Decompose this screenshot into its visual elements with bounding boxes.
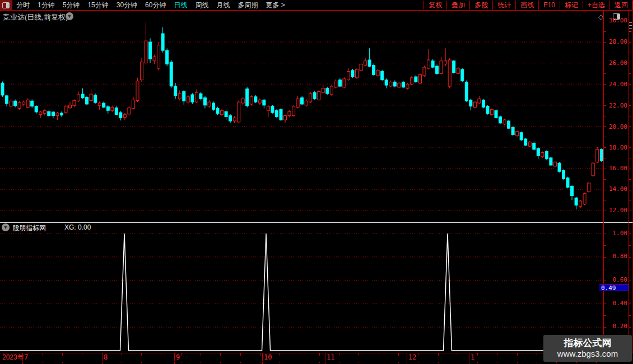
menu-item-分时[interactable]: 分时 — [12, 1, 34, 10]
month-divider-clipped — [469, 362, 469, 364]
menu-item-更多[interactable]: 更多 > — [262, 1, 288, 10]
axis-tick — [629, 292, 631, 292]
month-label-8: 8 — [104, 354, 108, 361]
axis-tick — [603, 84, 606, 85]
x-axis-tick — [418, 353, 418, 356]
axis-tick — [629, 53, 631, 53]
month-label-1: 1 — [471, 354, 474, 361]
axis-tick — [629, 200, 631, 200]
x-tick-clipped — [379, 362, 379, 363]
x-axis-tick — [62, 353, 63, 356]
indicator-label-0.60: 0.60 — [607, 277, 627, 283]
axis-tick — [603, 126, 606, 127]
x-axis-tick — [181, 353, 181, 356]
axis-tick — [603, 95, 606, 95]
axis-tick — [603, 281, 606, 281]
axis-tick — [603, 42, 606, 43]
tools-menu: 复权叠加多股统计画线F10标记+自选返回 — [423, 0, 633, 10]
chevron-down-icon: ▼ — [3, 225, 8, 230]
menu-item-30分钟[interactable]: 30分钟 — [113, 1, 141, 10]
menu-item-日线[interactable]: 日线 — [170, 1, 191, 10]
x-tick-clipped — [43, 362, 43, 363]
month-label-10: 10 — [264, 354, 272, 361]
layout-toggle-button[interactable] — [0, 0, 12, 10]
axis-tick — [629, 211, 631, 211]
indicator-chart[interactable] — [0, 232, 603, 353]
x-tick-clipped — [201, 362, 201, 363]
axis-tick — [629, 31, 631, 32]
x-tick-clipped — [576, 362, 577, 363]
month-divider-clipped — [407, 362, 407, 364]
clipped-bottom-strip — [0, 362, 633, 364]
candlestick-chart[interactable] — [0, 15, 603, 222]
axis-tick — [603, 327, 606, 328]
menu-item-周线[interactable]: 周线 — [191, 1, 212, 10]
watermark: 指标公式网 www.zbgs3.com — [543, 335, 632, 362]
collapse-indicator-button[interactable]: ▼ — [2, 223, 10, 231]
x-tick-clipped — [458, 362, 458, 363]
indicator-label-0.40: 0.40 — [607, 300, 627, 307]
axis-tick — [629, 116, 631, 116]
x-tick-clipped — [22, 362, 23, 363]
indicator-latest-value-badge: 0.49 — [599, 284, 629, 291]
indicator-title: 股朋指标网 — [12, 223, 46, 233]
axis-tick — [629, 269, 631, 269]
tool-button-统计[interactable]: 统计 — [492, 1, 515, 10]
axis-tick — [603, 169, 606, 169]
x-tick-clipped — [319, 362, 320, 363]
tool-button-返回[interactable]: 返回 — [609, 1, 633, 10]
tool-button-F10[interactable]: F10 — [538, 1, 560, 10]
x-axis-tick — [43, 353, 43, 356]
x-tick-clipped — [339, 362, 339, 363]
window-right-border — [632, 0, 632, 364]
month-label-9: 9 — [176, 354, 180, 361]
x-axis-tick — [280, 353, 280, 356]
month-divider — [174, 353, 175, 361]
x-axis-tick — [359, 353, 359, 356]
axis-tick — [629, 315, 631, 316]
x-axis-tick — [122, 353, 122, 356]
x-tick-clipped — [477, 362, 478, 363]
menu-item-月线[interactable]: 月线 — [212, 1, 234, 10]
x-axis-tick — [537, 353, 537, 356]
indicator-label-0.20: 0.20 — [607, 323, 627, 330]
x-tick-clipped — [359, 362, 359, 363]
tool-button-叠加[interactable]: 叠加 — [446, 1, 469, 10]
x-axis-tick — [339, 353, 339, 356]
tool-button-画线[interactable]: 画线 — [515, 1, 538, 10]
axis-tick — [629, 105, 631, 106]
stock-app-window: 分时1分钟5分钟15分钟30分钟60分钟日线周线月线多周期更多 > 复权叠加多股… — [0, 0, 633, 364]
price-label-12.00: 12.00 — [607, 207, 627, 214]
tool-button-多股[interactable]: 多股 — [469, 1, 492, 10]
price-label-18.00: 18.00 — [607, 144, 627, 151]
tool-button-自选[interactable]: +自选 — [583, 1, 609, 10]
axis-tick — [603, 200, 606, 200]
x-tick-clipped — [556, 362, 557, 363]
axis-tick — [603, 179, 606, 180]
axis-tick — [603, 292, 606, 292]
tool-button-标记[interactable]: 标记 — [560, 1, 583, 10]
month-label-7: 7 — [24, 354, 28, 361]
indicator-header: ▼ 股朋指标网 XG: 0.00 — [0, 223, 599, 232]
menu-item-1分钟[interactable]: 1分钟 — [34, 1, 59, 10]
menu-item-5分钟[interactable]: 5分钟 — [59, 1, 84, 10]
x-tick-clipped — [141, 362, 142, 363]
month-divider — [262, 353, 263, 361]
axis-tick — [603, 137, 606, 137]
x-axis-tick — [458, 353, 458, 356]
axis-tick — [603, 63, 606, 63]
x-axis-tick — [82, 353, 82, 356]
tool-button-复权[interactable]: 复权 — [423, 1, 446, 10]
scrollbar-dash — [629, 28, 632, 29]
x-axis-tick — [201, 353, 201, 356]
menu-item-15分钟[interactable]: 15分钟 — [83, 1, 112, 10]
price-label-30.00: 30.00 — [607, 17, 627, 24]
menu-item-多周期[interactable]: 多周期 — [234, 1, 262, 10]
axis-tick — [629, 137, 631, 137]
axis-tick — [629, 147, 631, 148]
x-axis-tick — [260, 353, 260, 356]
month-label-12: 12 — [408, 354, 416, 361]
menu-item-60分钟[interactable]: 60分钟 — [141, 1, 170, 10]
x-tick-clipped — [82, 362, 82, 363]
axis-tick — [629, 245, 631, 246]
